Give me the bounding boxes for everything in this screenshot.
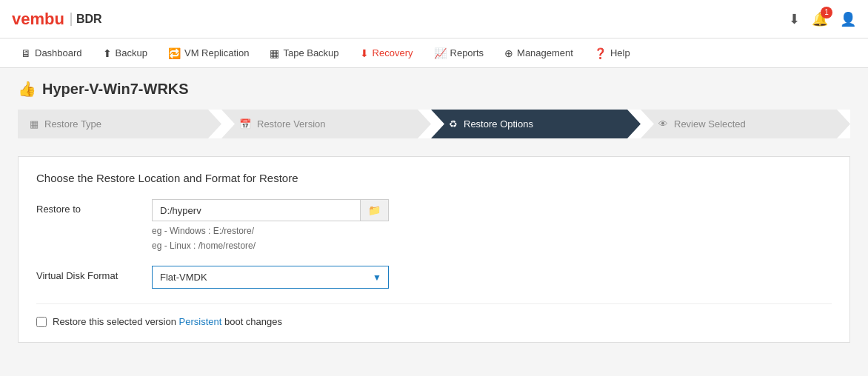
- nav-reports-label: Reports: [450, 47, 484, 58]
- wizard-step-restore-options[interactable]: ♻ Restore Options: [431, 110, 641, 138]
- wizard-steps: ▦ Restore Type 📅 Restore Version ♻ Resto…: [18, 110, 850, 138]
- virtual-disk-format-select-group: Flat-VMDK VMDK VHD VHDX RAW ▼: [152, 266, 389, 289]
- form-container: Choose the Restore Location and Format f…: [18, 156, 850, 343]
- logo: vembu BDR: [12, 10, 102, 29]
- recovery-icon: ⬇: [360, 47, 369, 59]
- virtual-disk-format-label: Virtual Disk Format: [36, 266, 140, 281]
- page-content: 👍 Hyper-V-Win7-WRKS ▦ Restore Type 📅 Res…: [0, 68, 868, 376]
- page-title: 👍 Hyper-V-Win7-WRKS: [18, 80, 850, 98]
- logo-bdr: BDR: [70, 13, 102, 26]
- vm-replication-icon: 🔁: [168, 47, 181, 59]
- restore-options-label: Restore Options: [464, 118, 533, 130]
- page-title-text: Hyper-V-Win7-WRKS: [42, 81, 189, 98]
- backup-icon: ⬆: [103, 47, 112, 59]
- restore-to-field: 📁 eg - Windows : E:/restore/ eg - Linux …: [152, 199, 832, 251]
- nav-help-label: Help: [610, 47, 630, 58]
- checkbox-label-suffix: boot changes: [221, 316, 282, 327]
- nav-backup-label: Backup: [116, 47, 147, 58]
- nav-dashboard[interactable]: 🖥 Dashboard: [12, 41, 91, 65]
- notification-icon[interactable]: 🔔 1: [812, 11, 828, 27]
- persistent-boot-checkbox[interactable]: [36, 317, 47, 327]
- hint-linux: eg - Linux : /home/restore/: [152, 241, 832, 251]
- nav: 🖥 Dashboard ⬆ Backup 🔁 VM Replication ▦ …: [0, 38, 868, 68]
- nav-management[interactable]: ⊕ Management: [495, 41, 582, 65]
- nav-tape-backup-label: Tape Backup: [283, 47, 338, 58]
- virtual-disk-format-field: Flat-VMDK VMDK VHD VHDX RAW ▼: [152, 266, 832, 289]
- virtual-disk-format-select[interactable]: Flat-VMDK VMDK VHD VHDX RAW: [152, 266, 389, 289]
- nav-recovery-label: Recovery: [373, 47, 413, 58]
- nav-vm-replication[interactable]: 🔁 VM Replication: [159, 41, 258, 65]
- restore-version-icon: 📅: [239, 118, 251, 130]
- management-icon: ⊕: [504, 47, 513, 59]
- restore-to-row: Restore to 📁 eg - Windows : E:/restore/ …: [36, 199, 832, 251]
- dashboard-icon: 🖥: [21, 47, 31, 59]
- help-icon: ❓: [594, 47, 607, 59]
- download-icon[interactable]: ⬇: [789, 11, 800, 27]
- notification-badge: 1: [821, 7, 832, 19]
- checkbox-highlight: Persistent: [179, 316, 222, 327]
- user-icon[interactable]: 👤: [840, 11, 856, 27]
- reports-icon: 📈: [434, 47, 447, 59]
- review-selected-icon: 👁: [658, 118, 668, 130]
- checkbox-row: Restore this selected version Persistent…: [36, 303, 832, 327]
- wizard-step-restore-version[interactable]: 📅 Restore Version: [221, 110, 431, 138]
- browse-button[interactable]: 📁: [360, 200, 388, 221]
- restore-version-label: Restore Version: [257, 118, 326, 130]
- hint-windows: eg - Windows : E:/restore/: [152, 226, 832, 236]
- header: vembu BDR ⬇ 🔔 1 👤: [0, 0, 868, 38]
- nav-help[interactable]: ❓ Help: [585, 41, 639, 65]
- restore-to-input-group: 📁: [152, 199, 389, 221]
- checkbox-label-prefix: Restore this selected version: [53, 316, 179, 327]
- nav-reports[interactable]: 📈 Reports: [425, 41, 493, 65]
- nav-vm-replication-label: VM Replication: [184, 47, 249, 58]
- nav-dashboard-label: Dashboard: [35, 47, 82, 58]
- tape-backup-icon: ▦: [270, 47, 279, 59]
- page-title-icon: 👍: [18, 80, 36, 98]
- nav-management-label: Management: [517, 47, 573, 58]
- header-right: ⬇ 🔔 1 👤: [789, 11, 856, 27]
- logo-vembu: vembu: [12, 10, 64, 29]
- checkbox-label: Restore this selected version Persistent…: [53, 316, 282, 327]
- nav-backup[interactable]: ⬆ Backup: [94, 41, 156, 65]
- restore-type-label: Restore Type: [44, 118, 101, 130]
- wizard-step-review-selected[interactable]: 👁 Review Selected: [641, 110, 850, 138]
- nav-recovery[interactable]: ⬇ Recovery: [351, 41, 422, 65]
- restore-type-icon: ▦: [30, 118, 39, 130]
- virtual-disk-format-row: Virtual Disk Format Flat-VMDK VMDK VHD V…: [36, 266, 832, 289]
- restore-options-icon: ♻: [449, 118, 458, 130]
- restore-to-label: Restore to: [36, 199, 140, 215]
- nav-tape-backup[interactable]: ▦ Tape Backup: [261, 41, 347, 65]
- wizard-step-restore-type[interactable]: ▦ Restore Type: [18, 110, 221, 138]
- review-selected-label: Review Selected: [674, 118, 746, 130]
- restore-to-input[interactable]: [153, 201, 360, 221]
- form-title: Choose the Restore Location and Format f…: [36, 172, 832, 184]
